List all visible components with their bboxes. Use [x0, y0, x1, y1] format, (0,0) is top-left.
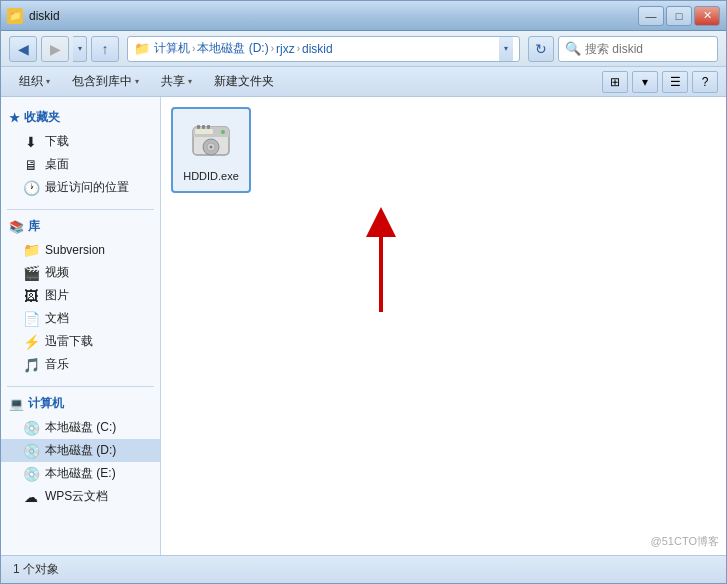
- address-dropdown[interactable]: ▾: [499, 36, 513, 62]
- downloads-icon: ⬇: [23, 134, 39, 150]
- refresh-icon: ↻: [535, 41, 547, 57]
- sidebar-computer-title[interactable]: 💻 计算机: [1, 391, 160, 416]
- sidebar-section-favorites: ★ 收藏夹 ⬇ 下载 🖥 桌面 🕐 最近访问的位置: [1, 105, 160, 199]
- refresh-button[interactable]: ↻: [528, 36, 554, 62]
- menu-organize[interactable]: 组织 ▾: [9, 70, 60, 94]
- library-icon: 📚: [9, 220, 24, 234]
- sidebar-item-disk-e[interactable]: 💿 本地磁盘 (E:): [1, 462, 160, 485]
- sidebar-item-docs[interactable]: 📄 文档: [1, 307, 160, 330]
- sidebar-item-music[interactable]: 🎵 音乐: [1, 353, 160, 376]
- recent-icon: 🕐: [23, 180, 39, 196]
- video-icon: 🎬: [23, 265, 39, 281]
- close-button[interactable]: ✕: [694, 6, 720, 26]
- file-grid: HDDID.exe: [171, 107, 716, 193]
- status-text: 1 个对象: [13, 561, 59, 578]
- window-title: diskid: [29, 9, 60, 23]
- address-part-computer[interactable]: 计算机: [154, 40, 190, 57]
- sidebar-item-desktop[interactable]: 🖥 桌面: [1, 153, 160, 176]
- maximize-button[interactable]: □: [666, 6, 692, 26]
- content-area: ★ 收藏夹 ⬇ 下载 🖥 桌面 🕐 最近访问的位置: [1, 97, 726, 555]
- disk-e-icon: 💿: [23, 466, 39, 482]
- menu-new-folder[interactable]: 新建文件夹: [204, 70, 284, 94]
- navigation-toolbar: ◀ ▶ ▾ ↑ 📁 计算机 › 本地磁盘 (D:) › rjxz › diski…: [1, 31, 726, 67]
- svg-rect-10: [195, 129, 213, 134]
- nav-history-dropdown[interactable]: ▾: [73, 36, 87, 62]
- sidebar-item-recent[interactable]: 🕐 最近访问的位置: [1, 176, 160, 199]
- menu-organize-label: 组织: [19, 73, 43, 90]
- search-bar[interactable]: 🔍: [558, 36, 718, 62]
- sidebar-item-disk-d[interactable]: 💿 本地磁盘 (D:): [1, 439, 160, 462]
- disk-c-icon: 💿: [23, 420, 39, 436]
- svg-marker-12: [366, 207, 396, 237]
- sidebar-item-subversion[interactable]: 📁 Subversion: [1, 239, 160, 261]
- svg-rect-7: [202, 125, 205, 129]
- menu-include-library-arrow: ▾: [135, 77, 139, 86]
- computer-icon: 💻: [9, 397, 24, 411]
- address-part-diskid[interactable]: diskid: [302, 42, 333, 56]
- menu-share-arrow: ▾: [188, 77, 192, 86]
- search-icon: 🔍: [565, 41, 581, 56]
- address-part-disk-d[interactable]: 本地磁盘 (D:): [197, 40, 268, 57]
- details-pane-button[interactable]: ☰: [662, 71, 688, 93]
- wps-cloud-icon: ☁: [23, 489, 39, 505]
- star-icon: ★: [9, 111, 20, 125]
- red-arrow-annotation: [321, 187, 441, 317]
- sidebar-library-title[interactable]: 📚 库: [1, 214, 160, 239]
- svg-point-5: [210, 146, 213, 149]
- menu-include-library[interactable]: 包含到库中 ▾: [62, 70, 149, 94]
- svg-point-9: [221, 130, 225, 134]
- hdd-exe-icon: [187, 117, 235, 165]
- minimize-button[interactable]: —: [638, 6, 664, 26]
- back-button[interactable]: ◀: [9, 36, 37, 62]
- sidebar-item-images[interactable]: 🖼 图片: [1, 284, 160, 307]
- view-toggle-button[interactable]: ⊞: [602, 71, 628, 93]
- titlebar-buttons: — □ ✕: [638, 6, 720, 26]
- divider-2: [7, 386, 154, 387]
- svg-rect-8: [207, 125, 210, 129]
- menu-new-folder-label: 新建文件夹: [214, 73, 274, 90]
- statusbar: 1 个对象: [1, 555, 726, 583]
- help-button[interactable]: ?: [692, 71, 718, 93]
- sidebar-item-video[interactable]: 🎬 视频: [1, 261, 160, 284]
- desktop-icon: 🖥: [23, 157, 39, 173]
- file-name: HDDID.exe: [183, 169, 239, 183]
- xunlei-icon: ⚡: [23, 334, 39, 350]
- menubar: 组织 ▾ 包含到库中 ▾ 共享 ▾ 新建文件夹 ⊞ ▾ ☰ ?: [1, 67, 726, 97]
- folder-small-icon: 📁: [134, 41, 150, 56]
- disk-d-icon: 💿: [23, 443, 39, 459]
- menu-share-label: 共享: [161, 73, 185, 90]
- titlebar-left: 📁 diskid: [7, 8, 60, 24]
- address-part-rjxz[interactable]: rjxz: [276, 42, 295, 56]
- address-bar[interactable]: 📁 计算机 › 本地磁盘 (D:) › rjxz › diskid ▾: [127, 36, 520, 62]
- sidebar-item-disk-c[interactable]: 💿 本地磁盘 (C:): [1, 416, 160, 439]
- back-icon: ◀: [18, 41, 29, 57]
- titlebar: 📁 diskid — □ ✕: [1, 1, 726, 31]
- images-icon: 🖼: [23, 288, 39, 304]
- divider-1: [7, 209, 154, 210]
- file-item-hddid[interactable]: HDDID.exe: [171, 107, 251, 193]
- sidebar-item-wps-cloud[interactable]: ☁ WPS云文档: [1, 485, 160, 508]
- sidebar-item-xunlei[interactable]: ⚡ 迅雷下载: [1, 330, 160, 353]
- music-icon: 🎵: [23, 357, 39, 373]
- file-icon-wrapper: [187, 117, 235, 165]
- address-parts: 计算机 › 本地磁盘 (D:) › rjxz › diskid: [154, 40, 495, 57]
- sidebar-section-library: 📚 库 📁 Subversion 🎬 视频 🖼 图片 📄 文档: [1, 214, 160, 376]
- menu-include-library-label: 包含到库中: [72, 73, 132, 90]
- search-input[interactable]: [585, 42, 727, 56]
- sidebar: ★ 收藏夹 ⬇ 下载 🖥 桌面 🕐 最近访问的位置: [1, 97, 161, 555]
- watermark: @51CTO博客: [651, 534, 719, 549]
- up-button[interactable]: ↑: [91, 36, 119, 62]
- forward-button[interactable]: ▶: [41, 36, 69, 62]
- sidebar-section-computer: 💻 计算机 💿 本地磁盘 (C:) 💿 本地磁盘 (D:) 💿 本地磁盘 (E:…: [1, 391, 160, 508]
- menubar-right: ⊞ ▾ ☰ ?: [602, 71, 718, 93]
- up-icon: ↑: [102, 41, 109, 57]
- view-dropdown-button[interactable]: ▾: [632, 71, 658, 93]
- subversion-icon: 📁: [23, 242, 39, 258]
- sidebar-item-downloads[interactable]: ⬇ 下载: [1, 130, 160, 153]
- window: 📁 diskid — □ ✕ ◀ ▶ ▾ ↑ 📁 计算机 › 本地磁盘 (D:)…: [0, 0, 727, 584]
- sidebar-favorites-title[interactable]: ★ 收藏夹: [1, 105, 160, 130]
- svg-rect-6: [197, 125, 200, 129]
- docs-icon: 📄: [23, 311, 39, 327]
- menu-share[interactable]: 共享 ▾: [151, 70, 202, 94]
- folder-icon: 📁: [7, 8, 23, 24]
